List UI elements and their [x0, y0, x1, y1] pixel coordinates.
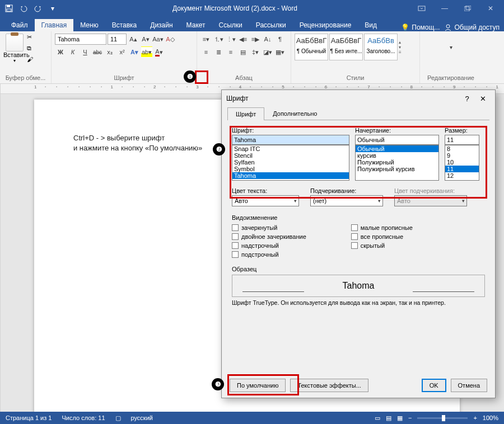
tab-menu[interactable]: Меню	[73, 19, 105, 31]
list-item[interactable]: 11	[445, 166, 479, 172]
share-button[interactable]: Общий доступ	[444, 23, 500, 31]
help-icon[interactable]: 💡 Помощ...	[401, 23, 440, 31]
tab-layout[interactable]: Макет	[180, 19, 212, 31]
shading-icon[interactable]: ◪▾	[262, 46, 273, 58]
font-color-icon[interactable]: A▾	[153, 46, 165, 58]
borders-icon[interactable]: ▦▾	[274, 46, 286, 58]
qat-dropdown-icon[interactable]: ▾	[46, 2, 59, 15]
view-web-icon[interactable]: ▦	[397, 414, 403, 422]
list-item[interactable]: Sylfaen	[232, 159, 349, 166]
bullets-icon[interactable]: ≡▾	[200, 34, 212, 45]
ok-button[interactable]: OK	[422, 379, 446, 392]
numbering-icon[interactable]: ⒈▾	[213, 34, 224, 45]
save-icon[interactable]	[2, 2, 16, 15]
style-field-input[interactable]	[355, 135, 439, 145]
list-item[interactable]: курсив	[356, 152, 438, 159]
grow-font-icon[interactable]: A▴	[128, 34, 139, 45]
default-button[interactable]: По умолчанию	[230, 379, 286, 392]
style-normal[interactable]: АаБбВвГ¶ Обычный	[295, 34, 328, 60]
subscript-icon[interactable]: x₂	[104, 46, 115, 58]
list-item[interactable]: Stencil	[232, 152, 349, 159]
bold-button[interactable]: Ж	[55, 46, 66, 58]
italic-button[interactable]: К	[67, 46, 78, 58]
tab-review[interactable]: Рецензирование	[293, 19, 358, 31]
status-page[interactable]: Страница 1 из 1	[6, 414, 52, 421]
underline-style-combo[interactable]: (нет)	[310, 195, 383, 206]
list-item[interactable]: 8	[445, 145, 479, 152]
font-field-input[interactable]	[232, 135, 349, 145]
increase-indent-icon[interactable]: ≡▶	[250, 34, 261, 45]
font-size-input[interactable]	[108, 34, 127, 45]
strike-button[interactable]: abc	[92, 46, 103, 58]
status-proofing-icon[interactable]: ▢	[115, 414, 121, 422]
zoom-out-icon[interactable]: −	[408, 414, 412, 421]
dialog-tab-font[interactable]: Шрифт	[227, 107, 264, 120]
decrease-indent-icon[interactable]: ◀≡	[237, 34, 249, 45]
cut-icon[interactable]: ✂	[27, 34, 38, 44]
text-effects-button[interactable]: Текстовые эффекты...	[290, 379, 368, 392]
size-field-input[interactable]	[445, 135, 479, 145]
tab-view[interactable]: Вид	[358, 19, 384, 31]
dialog-tab-advanced[interactable]: Дополнительно	[264, 107, 325, 120]
chk-allcaps[interactable]: все прописные	[351, 233, 413, 240]
tab-references[interactable]: Ссылки	[212, 19, 249, 31]
tab-mailings[interactable]: Рассылки	[249, 19, 293, 31]
multilevel-icon[interactable]: ⋮▾	[225, 34, 236, 45]
list-item[interactable]: 12	[445, 172, 479, 179]
align-center-icon[interactable]: ≣	[213, 46, 224, 58]
copy-icon[interactable]: ⧉	[27, 45, 38, 55]
line-spacing-icon[interactable]: ‡▾	[250, 46, 261, 58]
view-print-icon[interactable]: ▤	[386, 414, 391, 422]
format-painter-icon[interactable]: 🖌	[27, 56, 38, 66]
undo-icon[interactable]	[17, 2, 30, 15]
chk-sub[interactable]: подстрочный	[232, 251, 306, 258]
zoom-in-icon[interactable]: +	[473, 414, 477, 421]
styles-more-icon[interactable]: ≡	[399, 50, 407, 55]
dialog-help-icon[interactable]: ?	[459, 95, 475, 103]
list-item[interactable]: 9	[445, 152, 479, 159]
shrink-font-icon[interactable]: A▾	[140, 34, 151, 45]
tab-home[interactable]: Главная	[35, 19, 74, 31]
maximize-icon[interactable]	[456, 0, 479, 17]
align-right-icon[interactable]: ≡	[225, 46, 236, 58]
list-item[interactable]: Symbol	[232, 166, 349, 172]
align-left-icon[interactable]: ≡	[200, 46, 212, 58]
zoom-value[interactable]: 100%	[483, 414, 498, 421]
status-language[interactable]: русский	[131, 414, 153, 421]
style-list[interactable]: Обычный курсив Полужирный Полужирный кур…	[355, 145, 439, 181]
chk-dblstrike[interactable]: двойное зачеркивание	[232, 233, 306, 240]
chk-smallcaps[interactable]: малые прописные	[351, 224, 413, 231]
font-list[interactable]: Snap ITC Stencil Sylfaen Symbol Tahoma	[232, 145, 349, 181]
font-name-input[interactable]	[55, 34, 106, 45]
highlight-icon[interactable]: ab▾	[141, 46, 152, 58]
list-item[interactable]: Snap ITC	[232, 145, 349, 152]
list-item[interactable]: Полужирный курсив	[356, 166, 438, 172]
style-nospacing[interactable]: АаБбВвГ¶ Без инте...	[329, 34, 363, 60]
text-effects-icon[interactable]: A▾	[129, 46, 140, 58]
tab-file[interactable]: Файл	[4, 19, 35, 31]
paste-button[interactable]: Вставить ▾	[3, 34, 26, 66]
close-icon[interactable]: ✕	[479, 0, 502, 17]
list-item[interactable]: Полужирный	[356, 159, 438, 166]
ribbon-options-icon[interactable]	[410, 0, 433, 17]
superscript-icon[interactable]: x²	[116, 46, 128, 58]
tab-design[interactable]: Дизайн	[143, 19, 179, 31]
font-color-combo[interactable]: Авто	[232, 195, 299, 206]
clear-format-icon[interactable]: A◇	[165, 34, 176, 45]
sort-icon[interactable]: A↓	[262, 34, 273, 45]
chk-super[interactable]: надстрочный	[232, 242, 306, 249]
status-words[interactable]: Число слов: 11	[62, 414, 105, 421]
view-read-icon[interactable]: ▭	[375, 414, 380, 422]
tab-insert[interactable]: Вставка	[105, 19, 144, 31]
styles-down-icon[interactable]: ▾	[399, 45, 407, 50]
styles-up-icon[interactable]: ▴	[399, 40, 407, 45]
minimize-icon[interactable]: —	[433, 0, 456, 17]
list-item[interactable]: Tahoma	[232, 172, 349, 179]
zoom-slider[interactable]	[417, 417, 468, 419]
size-list[interactable]: 8 9 10 11 12	[445, 145, 479, 181]
editing-button[interactable]: ▾	[423, 34, 478, 60]
chk-strike[interactable]: зачеркнутый	[232, 224, 306, 231]
list-item[interactable]: Обычный	[356, 145, 438, 152]
list-item[interactable]: 10	[445, 159, 479, 166]
underline-button[interactable]: Ч	[80, 46, 91, 58]
